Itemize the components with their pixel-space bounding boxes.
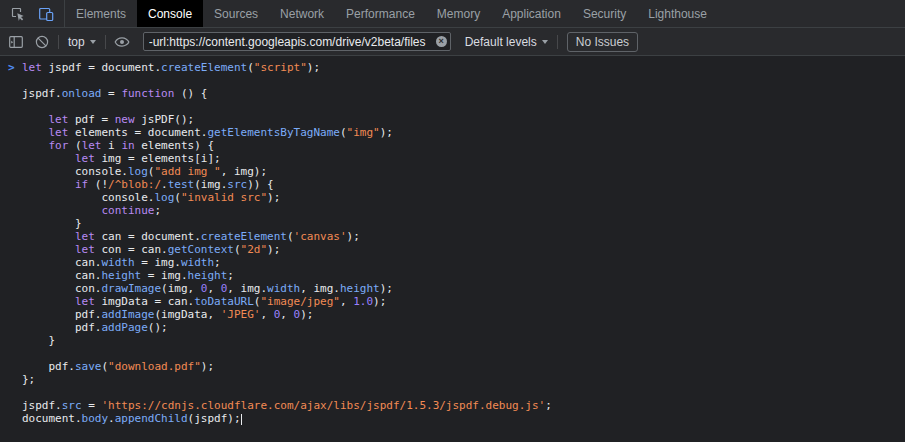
code-line (0, 347, 905, 360)
clear-filter-icon[interactable]: × (436, 36, 447, 47)
device-toolbar-icon[interactable] (33, 2, 59, 26)
clear-console-icon[interactable] (29, 30, 55, 54)
inspect-icon[interactable] (5, 2, 31, 26)
code-line: continue; (0, 204, 905, 217)
toolbar-separator (58, 35, 59, 49)
tab-console[interactable]: Console (137, 0, 203, 27)
console-sidebar-icon[interactable] (3, 30, 29, 54)
text-cursor (241, 414, 242, 425)
log-levels-selector[interactable]: Default levels (459, 35, 554, 49)
code-line: let jspdf = document.createElement("scri… (0, 61, 905, 74)
filter-box: × (143, 32, 451, 51)
toolbar-separator (105, 35, 106, 49)
tab-application[interactable]: Application (491, 0, 572, 27)
code-line: let con = can.getContext("2d"); (0, 243, 905, 256)
code-line: } (0, 334, 905, 347)
code-line (0, 386, 905, 399)
context-selector-label: top (68, 35, 85, 49)
code-line: }; (0, 373, 905, 386)
code-line: jspdf.onload = function () { (0, 87, 905, 100)
tab-network[interactable]: Network (269, 0, 335, 27)
eye-icon[interactable] (109, 30, 135, 54)
code-line: pdf.addImage(imgData, 'JPEG', 0, 0); (0, 308, 905, 321)
code-line (0, 74, 905, 87)
code-line: let elements = document.getElementsByTag… (0, 126, 905, 139)
chevron-down-icon (542, 40, 548, 44)
log-levels-label: Default levels (465, 35, 537, 49)
console-code: let jspdf = document.createElement("scri… (0, 61, 905, 425)
context-selector[interactable]: top (62, 35, 102, 49)
code-line: console.log("add img ", img); (0, 165, 905, 178)
tab-strip: ElementsConsoleSourcesNetworkPerformance… (65, 0, 718, 27)
console-toolbar: top × Default levels No Issues (0, 28, 905, 56)
tab-sources[interactable]: Sources (203, 0, 269, 27)
tab-lighthouse[interactable]: Lighthouse (637, 0, 718, 27)
code-line: document.body.appendChild(jspdf); (0, 412, 905, 425)
code-line: can.height = img.height; (0, 269, 905, 282)
chevron-down-icon (90, 40, 96, 44)
devtools-tab-bar: ElementsConsoleSourcesNetworkPerformance… (0, 0, 905, 28)
code-line: jspdf.src = 'https://cdnjs.cloudflare.co… (0, 399, 905, 412)
no-issues-button[interactable]: No Issues (567, 32, 638, 52)
tab-performance[interactable]: Performance (335, 0, 426, 27)
tab-elements[interactable]: Elements (65, 0, 137, 27)
toolbar-separator (557, 35, 558, 49)
code-line: pdf.addPage(); (0, 321, 905, 334)
code-line: for (let i in elements) { (0, 139, 905, 152)
console-prompt-icon: > (8, 61, 15, 74)
code-line: if (!/^blob:/.test(img.src)) { (0, 178, 905, 191)
code-line: console.log("invalid src"); (0, 191, 905, 204)
filter-input[interactable] (144, 33, 450, 50)
code-line: let imgData = can.toDataURL("image/jpeg"… (0, 295, 905, 308)
code-line: let img = elements[i]; (0, 152, 905, 165)
code-line: let can = document.createElement('canvas… (0, 230, 905, 243)
code-line: } (0, 217, 905, 230)
code-line: con.drawImage(img, 0, 0, img.width, img.… (0, 282, 905, 295)
code-line: can.width = img.width; (0, 256, 905, 269)
code-line: pdf.save("download.pdf"); (0, 360, 905, 373)
code-line: let pdf = new jsPDF(); (0, 113, 905, 126)
console-input[interactable]: > let jspdf = document.createElement("sc… (0, 56, 905, 442)
devtools-window: { "colors": { "bg": "#202124", "toolbar_… (0, 0, 905, 442)
tab-memory[interactable]: Memory (426, 0, 491, 27)
code-line (0, 100, 905, 113)
tab-security[interactable]: Security (572, 0, 637, 27)
corner-icons (0, 0, 65, 27)
